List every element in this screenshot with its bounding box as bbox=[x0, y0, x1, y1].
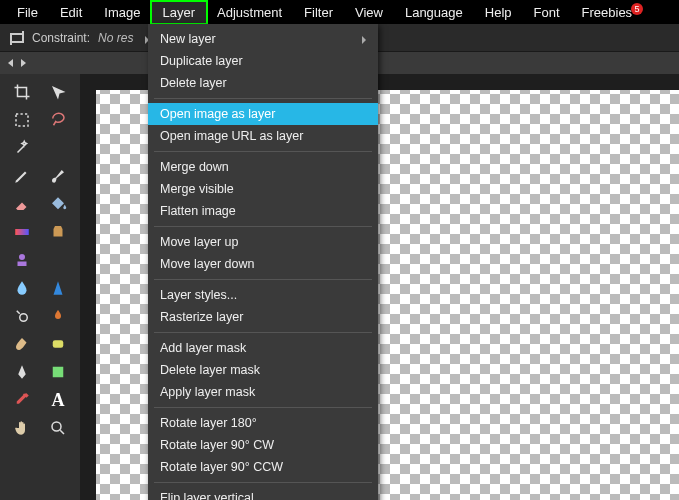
menu-separator bbox=[154, 151, 372, 152]
burn-tool-icon[interactable] bbox=[44, 304, 72, 328]
wand-tool-icon[interactable] bbox=[8, 136, 36, 160]
layer-menu-merge-visible[interactable]: Merge visible bbox=[148, 178, 378, 200]
svg-rect-3 bbox=[18, 262, 27, 267]
svg-rect-1 bbox=[15, 229, 29, 235]
smudge-tool-icon[interactable] bbox=[8, 332, 36, 356]
menu-help[interactable]: Help bbox=[474, 2, 523, 23]
freebies-badge: 5 bbox=[631, 3, 643, 15]
eyedropper-tool-icon[interactable] bbox=[8, 388, 36, 412]
layer-menu-merge-down[interactable]: Merge down bbox=[148, 156, 378, 178]
crop-tool-icon[interactable] bbox=[8, 80, 36, 104]
svg-point-4 bbox=[20, 314, 28, 322]
blur-tool-icon[interactable] bbox=[8, 276, 36, 300]
clone-tool-icon[interactable] bbox=[44, 220, 72, 244]
layer-menu-rotate-layer-90-cw[interactable]: Rotate layer 90° CW bbox=[148, 434, 378, 456]
sharpen-tool-icon[interactable] bbox=[44, 276, 72, 300]
layer-menu-duplicate-layer[interactable]: Duplicate layer bbox=[148, 50, 378, 72]
hand-tool-icon[interactable] bbox=[8, 416, 36, 440]
menu-filter[interactable]: Filter bbox=[293, 2, 344, 23]
spacer bbox=[44, 248, 72, 272]
menu-image[interactable]: Image bbox=[93, 2, 151, 23]
lasso-tool-icon[interactable] bbox=[44, 108, 72, 132]
constraint-value[interactable]: No res bbox=[98, 31, 133, 45]
eraser-tool-icon[interactable] bbox=[8, 192, 36, 216]
layer-menu-flatten-image[interactable]: Flatten image bbox=[148, 200, 378, 222]
next-doc-icon[interactable] bbox=[21, 59, 26, 67]
svg-point-7 bbox=[52, 422, 61, 431]
spacer bbox=[44, 136, 72, 160]
menu-language[interactable]: Language bbox=[394, 2, 474, 23]
svg-point-2 bbox=[19, 254, 25, 260]
gradient-tool-icon[interactable] bbox=[8, 220, 36, 244]
menu-separator bbox=[154, 279, 372, 280]
dodge-tool-icon[interactable] bbox=[8, 304, 36, 328]
menu-freebies[interactable]: Freebies 5 bbox=[571, 2, 644, 23]
layer-dropdown: New layerDuplicate layerDelete layerOpen… bbox=[148, 24, 378, 500]
menu-separator bbox=[154, 332, 372, 333]
stamp-tool-icon[interactable] bbox=[8, 248, 36, 272]
pen-tool-icon[interactable] bbox=[8, 360, 36, 384]
brush-tool-icon[interactable] bbox=[44, 164, 72, 188]
menu-separator bbox=[154, 482, 372, 483]
menu-separator bbox=[154, 407, 372, 408]
menu-adjustment[interactable]: Adjustment bbox=[206, 2, 293, 23]
layer-menu-rotate-layer-180-[interactable]: Rotate layer 180° bbox=[148, 412, 378, 434]
layer-menu-open-image-as-layer[interactable]: Open image as layer bbox=[148, 103, 378, 125]
layer-menu-apply-layer-mask[interactable]: Apply layer mask bbox=[148, 381, 378, 403]
tool-panel: A bbox=[0, 74, 80, 500]
layer-menu-add-layer-mask[interactable]: Add layer mask bbox=[148, 337, 378, 359]
layer-menu-delete-layer-mask[interactable]: Delete layer mask bbox=[148, 359, 378, 381]
menu-view[interactable]: View bbox=[344, 2, 394, 23]
menu-font[interactable]: Font bbox=[523, 2, 571, 23]
marquee-tool-icon[interactable] bbox=[8, 108, 36, 132]
menu-file[interactable]: File bbox=[6, 2, 49, 23]
constraint-label: Constraint: bbox=[32, 31, 90, 45]
layer-menu-open-image-url-as-layer[interactable]: Open image URL as layer bbox=[148, 125, 378, 147]
layer-menu-delete-layer[interactable]: Delete layer bbox=[148, 72, 378, 94]
text-tool-icon[interactable]: A bbox=[44, 388, 72, 412]
svg-rect-5 bbox=[53, 340, 64, 348]
menu-edit[interactable]: Edit bbox=[49, 2, 93, 23]
layer-menu-rasterize-layer[interactable]: Rasterize layer bbox=[148, 306, 378, 328]
layer-menu-flip-layer-vertical[interactable]: Flip layer vertical bbox=[148, 487, 378, 500]
menu-freebies-label: Freebies bbox=[582, 5, 633, 20]
layer-menu-layer-styles-[interactable]: Layer styles... bbox=[148, 284, 378, 306]
bucket-tool-icon[interactable] bbox=[44, 192, 72, 216]
layer-menu-move-layer-up[interactable]: Move layer up bbox=[148, 231, 378, 253]
prev-doc-icon[interactable] bbox=[8, 59, 13, 67]
layer-menu-rotate-layer-90-ccw[interactable]: Rotate layer 90° CCW bbox=[148, 456, 378, 478]
layer-menu-new-layer[interactable]: New layer bbox=[148, 28, 378, 50]
menubar: File Edit Image Layer Adjustment Filter … bbox=[0, 0, 679, 24]
layer-menu-move-layer-down[interactable]: Move layer down bbox=[148, 253, 378, 275]
svg-rect-0 bbox=[16, 114, 28, 126]
crop-icon bbox=[10, 31, 24, 45]
menu-layer[interactable]: Layer bbox=[152, 2, 207, 23]
shape-tool-icon[interactable] bbox=[44, 360, 72, 384]
sponge-tool-icon[interactable] bbox=[44, 332, 72, 356]
move-tool-icon[interactable] bbox=[44, 80, 72, 104]
pencil-tool-icon[interactable] bbox=[8, 164, 36, 188]
menu-separator bbox=[154, 226, 372, 227]
zoom-tool-icon[interactable] bbox=[44, 416, 72, 440]
svg-rect-6 bbox=[53, 367, 64, 378]
menu-separator bbox=[154, 98, 372, 99]
